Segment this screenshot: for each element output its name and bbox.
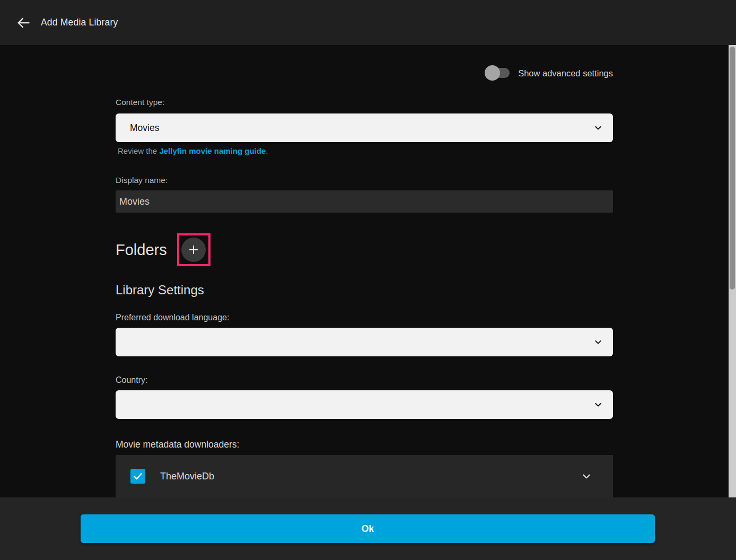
show-advanced-settings-toggle[interactable] [485, 65, 510, 81]
header-bar: Add Media Library [0, 0, 736, 45]
metadata-downloaders-label: Movie metadata downloaders: [116, 439, 239, 450]
toggle-knob [485, 65, 500, 81]
plus-icon [188, 244, 199, 256]
chevron-down-icon[interactable] [581, 471, 592, 482]
metadata-downloader-name: TheMovieDb [160, 471, 214, 482]
preferred-language-select[interactable] [116, 328, 613, 356]
naming-guide-helper: Review the Jellyfin movie naming guide. [118, 146, 268, 155]
advanced-settings-row: Show advanced settings [116, 60, 613, 86]
scrollbar-track[interactable] [729, 45, 736, 497]
page-title: Add Media Library [41, 17, 118, 28]
metadata-downloader-checkbox[interactable] [130, 469, 145, 484]
back-button[interactable] [12, 11, 35, 34]
display-name-input[interactable] [116, 190, 613, 213]
advanced-settings-label: Show advanced settings [518, 68, 613, 78]
preferred-language-label: Preferred download language: [116, 313, 229, 322]
country-label: Country: [116, 375, 147, 385]
naming-guide-link[interactable]: Jellyfin movie naming guide [159, 146, 266, 155]
helper-prefix: Review the [118, 146, 159, 155]
country-select[interactable] [116, 390, 613, 419]
content-type-value: Movies [116, 122, 159, 134]
chevron-down-icon [594, 400, 602, 409]
add-folder-button[interactable] [181, 238, 206, 262]
library-settings-heading: Library Settings [116, 283, 204, 298]
arrow-left-icon [16, 15, 31, 30]
helper-suffix: . [266, 146, 268, 155]
check-icon [133, 471, 143, 482]
chevron-down-icon [594, 124, 602, 132]
chevron-down-icon [594, 338, 602, 346]
display-name-label: Display name: [116, 176, 168, 185]
ok-button[interactable]: Ok [81, 514, 655, 543]
content-type-label: Content type: [116, 98, 164, 107]
footer-bar: Ok [0, 497, 736, 560]
add-library-form: Show advanced settings Content type: Mov… [116, 45, 613, 497]
content-type-select[interactable]: Movies [116, 113, 613, 142]
scrollbar-thumb[interactable] [730, 47, 735, 290]
folders-heading: Folders [116, 241, 167, 259]
folders-section-header: Folders [116, 233, 211, 266]
add-folder-highlight-box [177, 233, 211, 266]
metadata-downloader-row: TheMovieDb [116, 455, 613, 497]
